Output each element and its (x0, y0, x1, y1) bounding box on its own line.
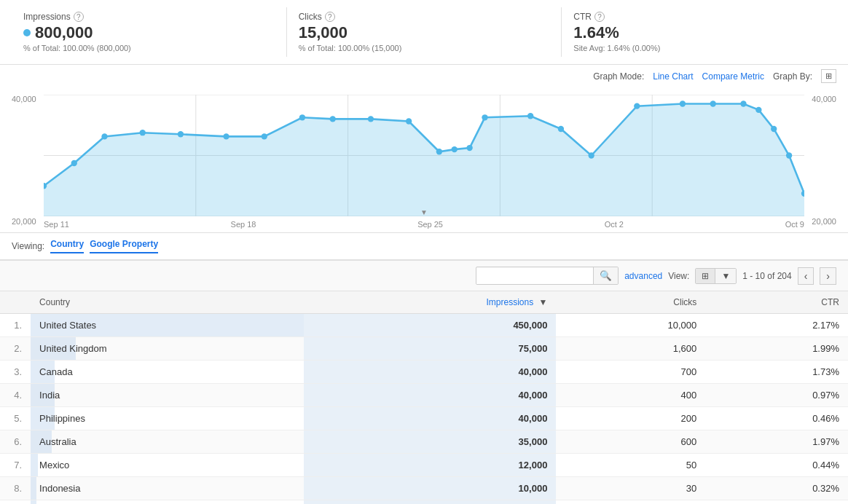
table-row: 3. Canada 40,000 700 1.73% (0, 361, 848, 384)
search-input[interactable] (476, 268, 593, 284)
svg-point-31 (771, 126, 777, 132)
pagination-info: 1 - 10 of 204 (742, 271, 791, 281)
svg-point-14 (262, 133, 267, 139)
svg-point-10 (101, 133, 107, 139)
svg-point-15 (299, 114, 305, 120)
svg-point-23 (527, 113, 533, 119)
chart-svg (44, 95, 804, 216)
row-clicks: 10,000 (556, 314, 705, 337)
row-impressions: 40,000 (304, 384, 557, 407)
grid-view-button[interactable]: ⊞ (696, 269, 715, 283)
metric-clicks: Clicks ? 15,000 % of Total: 100.00% (15,… (287, 7, 562, 57)
table-row: 2. United Kingdom 75,000 1,600 1.99% (0, 337, 848, 361)
row-index: 2. (0, 337, 31, 361)
clicks-help-icon[interactable]: ? (325, 12, 335, 22)
viewing-country-link[interactable]: Country (50, 239, 84, 253)
col-clicks: Clicks (556, 291, 705, 314)
row-clicks: 110 (556, 500, 705, 505)
row-index: 5. (0, 407, 31, 430)
advanced-button[interactable]: advanced (624, 271, 662, 281)
col-impressions[interactable]: Impressions ▼ (304, 291, 557, 314)
metrics-bar: Impressions ? 800,000 % of Total: 100.00… (0, 0, 848, 65)
svg-point-9 (71, 160, 77, 166)
prev-page-button[interactable]: ‹ (798, 267, 814, 285)
metric-impressions-value: 800,000 (35, 23, 93, 42)
viewing-bar: Viewing: Country Google Property (0, 233, 848, 261)
metric-impressions: Impressions ? 800,000 % of Total: 100.00… (12, 7, 287, 57)
svg-point-21 (466, 145, 472, 151)
row-index: 9. (0, 500, 31, 505)
row-ctr: 1.97% (705, 430, 848, 454)
table-row: 1. United States 450,000 10,000 2.17% (0, 314, 848, 337)
row-impressions: 75,000 (304, 337, 557, 361)
row-country: Mexico (31, 454, 303, 477)
compare-metric-link[interactable]: Compare Metric (702, 71, 764, 82)
svg-point-29 (740, 101, 746, 106)
chart-container: 40,000 20,000 (0, 87, 848, 233)
svg-point-16 (330, 116, 336, 122)
row-country: Canada (31, 361, 303, 384)
impressions-help-icon[interactable]: ? (74, 12, 84, 22)
row-impressions: 10,000 (304, 477, 557, 500)
row-clicks: 200 (556, 407, 705, 430)
col-ctr: CTR (705, 291, 848, 314)
row-country: United States (31, 314, 303, 337)
svg-point-30 (755, 107, 761, 113)
graph-by-icon[interactable]: ⊞ (821, 69, 836, 83)
row-impressions: 40,000 (304, 361, 557, 384)
svg-point-22 (482, 114, 487, 120)
metric-ctr-sub: Site Avg: 1.64% (0.00%) (573, 44, 825, 52)
next-page-button[interactable]: › (820, 267, 836, 285)
row-ctr: 1.05% (705, 500, 848, 505)
row-country: United Kingdom (31, 337, 303, 361)
view-icons: ⊞ ▼ (695, 268, 737, 284)
svg-point-17 (368, 116, 374, 122)
row-clicks: 50 (556, 454, 705, 477)
svg-point-11 (140, 130, 146, 135)
svg-point-18 (406, 118, 412, 124)
row-ctr: 0.46% (705, 407, 848, 430)
row-clicks: 30 (556, 477, 705, 500)
table-header-row: Country Impressions ▼ Clicks CTR (0, 291, 848, 314)
row-ctr: 0.32% (705, 477, 848, 500)
row-clicks: 600 (556, 430, 705, 454)
search-box: 🔍 (476, 267, 619, 285)
svg-point-26 (634, 103, 640, 109)
row-country: Philippines (31, 407, 303, 430)
table-row: 5. Philippines 40,000 200 0.46% (0, 407, 848, 430)
table-row: 6. Australia 35,000 600 1.97% (0, 430, 848, 454)
svg-point-12 (178, 131, 184, 137)
row-impressions: 10,000 (304, 500, 557, 505)
svg-point-32 (786, 152, 792, 158)
row-clicks: 400 (556, 384, 705, 407)
chart-y-labels-right: 40,000 20,000 (812, 95, 836, 226)
impressions-dot (23, 29, 31, 36)
graph-controls: Graph Mode: Line Chart Compare Metric Gr… (0, 65, 848, 87)
row-index: 1. (0, 314, 31, 337)
viewing-google-property-link[interactable]: Google Property (90, 239, 158, 253)
row-index: 3. (0, 361, 31, 384)
metric-impressions-title: Impressions (23, 12, 71, 22)
graph-mode-label: Graph Mode: (593, 71, 644, 82)
chart-scroll-indicator[interactable]: ▼ (420, 208, 428, 216)
sort-arrow: ▼ (538, 297, 547, 307)
search-button[interactable]: 🔍 (593, 267, 618, 284)
row-country: Australia (31, 430, 303, 454)
row-clicks: 700 (556, 361, 705, 384)
list-view-button[interactable]: ▼ (715, 269, 736, 283)
col-country: Country (31, 291, 303, 314)
chart-x-labels: Sep 11 Sep 18 Sep 25 Oct 2 Oct 9 (44, 220, 804, 229)
metric-clicks-title: Clicks (299, 12, 322, 22)
ctr-help-icon[interactable]: ? (594, 12, 605, 22)
col-idx (0, 291, 31, 314)
table-body: 1. United States 450,000 10,000 2.17% 2.… (0, 314, 848, 505)
svg-point-13 (223, 133, 229, 139)
row-index: 6. (0, 430, 31, 454)
viewing-label: Viewing: (12, 241, 44, 251)
metric-ctr: CTR ? 1.64% Site Avg: 1.64% (0.00%) (562, 7, 836, 57)
data-table: Country Impressions ▼ Clicks CTR 1. Unit… (0, 291, 848, 504)
table-row: 9. Malaysia 10,000 110 1.05% (0, 500, 848, 505)
graph-mode-value[interactable]: Line Chart (653, 71, 693, 82)
svg-point-20 (452, 146, 458, 152)
svg-point-27 (680, 101, 686, 106)
